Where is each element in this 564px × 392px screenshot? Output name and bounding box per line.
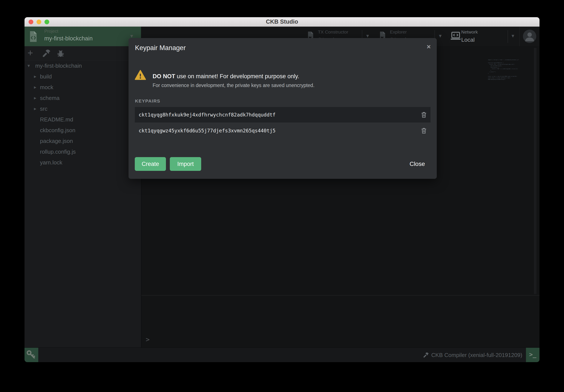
tree-item-file[interactable]: yarn.lock [25,157,141,168]
warning-subtitle: For convenience in development, the priv… [153,83,314,88]
keypair-manager-modal: Keypair Manager × DO NOT use on mainnet!… [128,38,437,179]
chevron-right-icon[interactable]: ▸ [34,82,36,93]
project-name: my-first-blockchain [44,35,93,42]
keypair-row[interactable]: ckt1qyqg8hfxkuk9ej4xdfhrwychcnf82adk7hdq… [135,107,431,123]
warning-title: DO NOT use on mainnet! For development p… [153,73,299,80]
code-file-icon [28,30,38,44]
editor-minimap[interactable]: import { Script } from "../schema/blockc… [488,59,534,80]
trash-icon[interactable] [420,127,427,135]
modal-title: Keypair Manager [135,44,186,52]
close-icon[interactable]: × [427,43,431,51]
tree-item-file[interactable]: README.md [25,114,141,125]
status-bar: CKB Compiler (xenial-full-20191209) >_ [25,348,539,362]
create-button[interactable]: Create [135,157,166,171]
keypair-address: ckt1qyqg8hfxkuk9ej4xdfhrwychcnf82adk7hdq… [139,107,276,123]
compiler-status[interactable]: CKB Compiler (xenial-full-20191209) [423,348,522,362]
sidebar-actions: + [25,46,141,60]
title-bar: CKB Studio [25,17,539,27]
tree-item-folder[interactable]: ▸ mock [25,82,141,93]
tree-item-root[interactable]: ▾ my-first-blockchain [25,60,141,71]
tree-item-folder[interactable]: ▸ src [25,103,141,114]
tree-item-folder[interactable]: ▸ build [25,71,141,82]
keypair-address: ckt1qyqgwz45yxkf6d6u55j77djefs3xvmn265qs… [139,123,276,139]
close-button[interactable]: Close [409,157,425,171]
terminal-button[interactable]: >_ [526,348,539,362]
project-selector[interactable]: Project my-first-blockchain ▾ [25,27,141,46]
new-file-icon[interactable]: + [28,49,33,57]
keypair-row[interactable]: ckt1qyqgwz45yxkf6d6u55j77djefs3xvmn265qs… [135,123,431,139]
chevron-down-icon[interactable]: ▾ [439,33,442,39]
sidebar: + ▾ my-first-blockchain ▸ [25,46,141,348]
build-hammer-icon[interactable] [42,49,51,59]
tx-constructor-label: TX Constructor [318,29,348,35]
window-title: CKB Studio [25,17,539,27]
chevron-right-icon[interactable]: ▸ [34,71,36,82]
import-button[interactable]: Import [170,157,201,171]
network-laptop-icon [450,31,461,42]
chevron-down-icon[interactable]: ▾ [28,60,30,71]
network-selector[interactable]: Network Local [450,27,502,46]
explorer-label: Explorer [390,29,407,35]
chevron-right-icon[interactable]: ▸ [34,93,36,103]
project-label: Project [44,28,58,34]
user-avatar-icon [523,30,536,43]
user-menu[interactable] [519,27,539,46]
editor-scrollbar[interactable] [534,48,536,294]
terminal-icon: >_ [529,351,536,358]
file-tree: ▾ my-first-blockchain ▸ build ▸ mock ▸ s… [25,60,141,168]
keypair-manager-button[interactable] [25,348,38,362]
tree-item-file[interactable]: package.json [25,136,141,146]
toolbar-separator [508,30,508,43]
network-value: Local [461,37,475,43]
chevron-down-icon[interactable]: ▾ [511,33,514,39]
debug-bug-icon[interactable] [56,49,65,59]
console-panel[interactable]: > [141,295,539,348]
warning-triangle-icon [135,70,146,81]
minimap-code: import { Script } from "../schema/blockc… [488,59,534,80]
tree-item-file[interactable]: rollup.config.js [25,146,141,157]
network-label: Network [461,29,478,35]
trash-icon[interactable] [420,111,427,119]
app-window: CKB Studio Project my-first-blockchain ▾ [25,17,539,362]
hammer-icon [423,352,429,358]
keypairs-section-label: KEYPAIRS [135,98,160,104]
tree-item-folder[interactable]: ▸ schema [25,93,141,103]
console-prompt: > [146,336,150,343]
tree-item-file[interactable]: ckbconfig.json [25,125,141,136]
chevron-right-icon[interactable]: ▸ [34,103,36,114]
